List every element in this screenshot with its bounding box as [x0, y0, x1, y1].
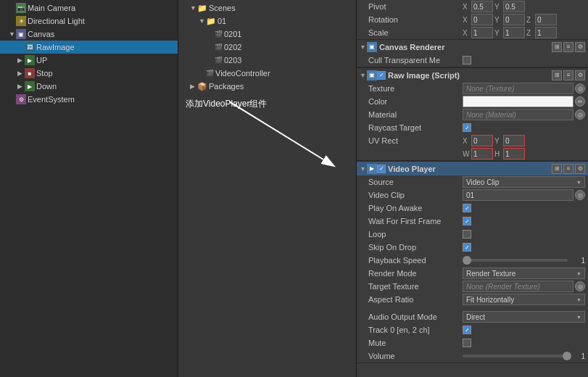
- scale-x-input[interactable]: 1: [471, 27, 493, 38]
- hierarchy-item-eventsystem[interactable]: ⚙ EventSystem: [0, 93, 178, 106]
- material-circle-btn[interactable]: ◎: [575, 109, 585, 120]
- audiooutput-row: Audio Output Mode Direct: [357, 310, 588, 323]
- rotation-z-input[interactable]: 0: [535, 14, 557, 25]
- targettexture-circle-btn[interactable]: ◎: [575, 281, 585, 291]
- rendermode-dropdown[interactable]: Render Texture: [463, 268, 585, 279]
- raw-image-btn3[interactable]: ⚙: [575, 70, 585, 80]
- playonawake-checkbox[interactable]: [463, 204, 471, 212]
- scale-y-input[interactable]: 1: [503, 27, 525, 38]
- hierarchy-item-up[interactable]: ▶ UP: [0, 54, 178, 67]
- raycast-checkbox[interactable]: [463, 123, 471, 132]
- scene-item-scenes[interactable]: 📁 Scenes: [178, 1, 356, 14]
- video-player-btn2[interactable]: ≡: [563, 164, 573, 174]
- material-input[interactable]: None (Material): [463, 109, 573, 120]
- canvas-renderer-arrow: [360, 44, 367, 51]
- video-player-enabled[interactable]: [377, 165, 386, 173]
- video-player-title: Video Player: [388, 165, 552, 173]
- canvas-renderer-btn1[interactable]: ⊞: [552, 42, 562, 52]
- texture-circle-btn[interactable]: ◎: [575, 83, 585, 94]
- targettexture-row: Target Texture None (Render Texture) ◎: [357, 280, 588, 293]
- canvas-renderer-section: ▣ Canvas Renderer ⊞ ≡ ⚙ Cull Transparent…: [357, 39, 588, 67]
- scene-item-0201[interactable]: 🎬 0201: [178, 28, 356, 41]
- hierarchy-item-rawimage[interactable]: 🖼 RawImage: [0, 41, 178, 54]
- hierarchy-item-down[interactable]: ▶ Down: [0, 80, 178, 93]
- aspectratio-row: Aspect Ratio Fit Horizontally: [357, 293, 588, 306]
- raw-image-btn2[interactable]: ≡: [563, 70, 573, 80]
- scene-item-0202[interactable]: 🎬 0202: [178, 41, 356, 54]
- project-panel: 📁 Scenes 📁 01 🎬 0201 🎬 0202 🎬 0203: [178, 0, 357, 377]
- canvas-renderer-btn3[interactable]: ⚙: [575, 42, 585, 52]
- videoclip-label: Video Clip: [368, 191, 463, 199]
- track-checkbox[interactable]: [463, 326, 471, 334]
- hierarchy-item-main-camera[interactable]: 📷 Main Camera: [0, 1, 178, 14]
- skipondrop-label: Skip On Drop: [368, 243, 463, 252]
- annotation-container: 添加VideoPlayer组件: [186, 98, 268, 110]
- scene-label-01: 01: [218, 17, 226, 25]
- hierarchy-item-stop[interactable]: ■ Stop: [0, 67, 178, 80]
- raw-image-header[interactable]: ▣ Raw Image (Script) ⊞ ≡ ⚙: [357, 67, 588, 82]
- skipondrop-checkbox[interactable]: [463, 243, 471, 252]
- source-value: Video Clip: [463, 176, 585, 188]
- rotation-y-input[interactable]: 0: [503, 14, 525, 25]
- up-icon: ▶: [25, 55, 35, 65]
- color-picker[interactable]: [463, 96, 573, 107]
- aspectratio-label: Aspect Ratio: [368, 295, 463, 304]
- loop-checkbox[interactable]: [463, 230, 471, 239]
- hierarchy-label-stop: Stop: [36, 69, 53, 78]
- scene-item-videocontroller[interactable]: 🎬 VideoController: [178, 67, 356, 80]
- rotation-x-input[interactable]: 0: [471, 14, 493, 25]
- color-label: Color: [368, 97, 463, 106]
- volume-slider-thumb[interactable]: [563, 352, 571, 360]
- pivot-y-input[interactable]: 0.5: [503, 1, 525, 12]
- aspectratio-dropdown[interactable]: Fit Horizontally: [463, 294, 585, 305]
- uvrect-x-input[interactable]: 0: [471, 135, 493, 146]
- scene-item-0203[interactable]: 🎬 0203: [178, 54, 356, 67]
- videoclip-input[interactable]: 01: [463, 189, 573, 201]
- mute-checkbox[interactable]: [463, 339, 471, 347]
- scene-0203-icon: 🎬: [215, 57, 223, 64]
- raw-image-btn1[interactable]: ⊞: [552, 70, 562, 80]
- hierarchy-item-directional-light[interactable]: ☀ Directional Light: [0, 14, 178, 28]
- material-row: Material None (Material) ◎: [357, 108, 588, 121]
- video-player-header[interactable]: ▶ Video Player ⊞ ≡ ⚙: [357, 161, 588, 175]
- scene-item-packages[interactable]: 📦 Packages: [178, 80, 356, 93]
- hierarchy-label-directional-light: Directional Light: [28, 17, 85, 25]
- video-player-btn3[interactable]: ⚙: [575, 164, 585, 174]
- texture-input[interactable]: None (Texture): [463, 83, 573, 94]
- uvrect-y-input[interactable]: 0: [503, 135, 525, 146]
- loop-label: Loop: [368, 230, 463, 239]
- video-player-btn1[interactable]: ⊞: [552, 164, 562, 174]
- color-value: ✏: [463, 96, 585, 107]
- raw-image-section: ▣ Raw Image (Script) ⊞ ≡ ⚙ Texture None …: [357, 67, 588, 161]
- light-icon: ☀: [16, 16, 26, 26]
- raw-image-enabled[interactable]: [377, 71, 386, 80]
- uvrect-w-input[interactable]: 1: [471, 148, 493, 160]
- targettexture-input[interactable]: None (Render Texture): [463, 281, 573, 292]
- uvrect-y-label: Y: [494, 137, 502, 145]
- canvas-renderer-btn2[interactable]: ≡: [563, 42, 573, 52]
- pivot-x-input[interactable]: 0.5: [471, 1, 493, 12]
- uvrect-h-input[interactable]: 1: [503, 148, 525, 160]
- audiooutput-dropdown[interactable]: Direct: [463, 311, 585, 323]
- playonawake-row: Play On Awake: [357, 202, 588, 215]
- waitforfirstframe-label: Wait For First Frame: [368, 217, 463, 225]
- video-player-arrow: [360, 165, 367, 173]
- videoclip-circle-btn[interactable]: ◎: [575, 190, 585, 200]
- rotation-label: Rotation: [368, 15, 463, 24]
- cull-checkbox[interactable]: [463, 56, 471, 65]
- rawimage-icon: 🖼: [25, 42, 35, 52]
- mute-label: Mute: [368, 339, 463, 347]
- hierarchy-item-canvas[interactable]: ▣ Canvas: [0, 28, 178, 41]
- raycast-label: Raycast Target: [368, 123, 463, 132]
- track-row: Track 0 [en, 2 ch]: [357, 323, 588, 336]
- playback-slider-thumb[interactable]: [463, 256, 471, 265]
- scene-item-01[interactable]: 📁 01: [178, 14, 356, 28]
- scene-label-videocontroller: VideoController: [215, 69, 270, 78]
- color-eyedropper[interactable]: ✏: [575, 96, 585, 107]
- texture-value: None (Texture) ◎: [463, 83, 585, 94]
- scale-z-input[interactable]: 1: [535, 27, 557, 38]
- rotation-value: X 0 Y 0 Z 0: [463, 14, 585, 25]
- canvas-renderer-header[interactable]: ▣ Canvas Renderer ⊞ ≡ ⚙: [357, 39, 588, 54]
- waitforfirstframe-checkbox[interactable]: [463, 217, 471, 225]
- source-dropdown[interactable]: Video Clip: [463, 176, 585, 188]
